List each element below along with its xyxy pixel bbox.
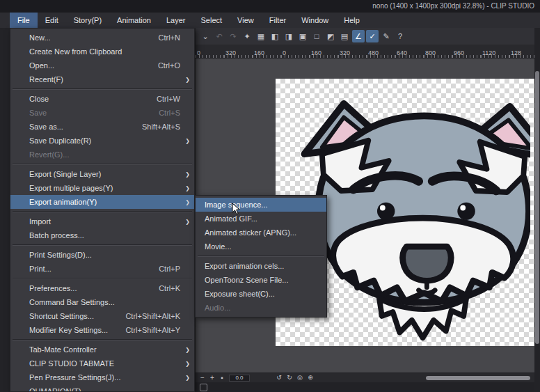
chevron-down-icon[interactable]: ⌄ xyxy=(199,30,212,42)
reset-zoom-button[interactable]: ⊕ xyxy=(306,373,315,382)
menu-item-print[interactable]: Print... Ctrl+P ❯ xyxy=(10,262,194,276)
toolbar-icon-glyph: ✓ xyxy=(369,32,375,40)
ruler-tick: 800 xyxy=(424,45,452,58)
status-icon[interactable] xyxy=(200,384,207,391)
rotate-right-button[interactable]: ↻ xyxy=(285,373,294,382)
submenu-item-opentoonz-scene-file[interactable]: OpenToonz Scene File... xyxy=(196,273,326,287)
menu-item-close[interactable]: Close Ctrl+W ❯ xyxy=(10,92,194,106)
menu-item-label: Export multiple pages(Y) xyxy=(29,184,180,192)
menu-item-export-animation[interactable]: Export animation(Y) ❯ xyxy=(10,195,194,209)
ruler-tick-label: 800 xyxy=(425,49,436,56)
ruler-tick-label: 160 xyxy=(254,49,264,56)
toolbar-icon-glyph: ∠ xyxy=(355,32,362,40)
toolbar-icon-glyph: ◩ xyxy=(327,32,334,40)
snap-to-ruler-icon[interactable]: ∠ xyxy=(352,30,365,42)
toolbar-icon-glyph: ▤ xyxy=(341,32,348,40)
toolbar-icon-glyph: ✦ xyxy=(244,32,250,40)
horizontal-scrollbar[interactable] xyxy=(426,376,530,380)
fit-to-window-button[interactable]: ▪ xyxy=(218,373,226,382)
file-menu: New... Ctrl+N ❯ Create New from Clipboar… xyxy=(10,28,195,392)
submenu-item-audio[interactable]: Audio... xyxy=(196,301,326,315)
deselect-icon[interactable]: □ xyxy=(310,30,323,42)
menu-item-save-as[interactable]: Save as... Shift+Alt+S ❯ xyxy=(10,120,194,134)
menu-item-revert[interactable]: Revert(G)... ❯ xyxy=(10,148,194,162)
menu-item-pen-pressure-settings[interactable]: Pen Pressure Settings(J)... ❯ xyxy=(10,370,194,384)
menu-item-save[interactable]: Save Ctrl+S ❯ xyxy=(10,106,194,120)
menu-item-label: Export (Single Layer) xyxy=(29,170,180,178)
ruler-tick: 320 xyxy=(224,45,253,58)
menu-bar: File Edit Story(P) Animation Layer Selec… xyxy=(0,13,540,28)
submenu-item-exposure-sheet[interactable]: Exposure sheet(C)... xyxy=(196,287,326,301)
reset-rotation-button[interactable]: ◎ xyxy=(296,373,304,382)
zoom-button-glyph: + xyxy=(210,374,214,382)
fill-enclosed-icon[interactable]: ◧ xyxy=(269,30,281,42)
menu-item-shortcut: Ctrl+Shift+Alt+K xyxy=(125,312,180,320)
vertical-scrollbar[interactable] xyxy=(534,58,540,373)
menu-item-shortcut-settings[interactable]: Shortcut Settings... Ctrl+Shift+Alt+K ❯ xyxy=(10,309,194,323)
submenu-item-animated-sticker-apng[interactable]: Animated sticker (APNG)... xyxy=(196,226,326,240)
zoom-out-button[interactable]: − xyxy=(198,373,207,382)
zoom-button-glyph: − xyxy=(200,374,205,382)
menu-item-print-settings[interactable]: Print Settings(D)... ❯ xyxy=(10,248,194,262)
menu-item-preferences[interactable]: Preferences... Ctrl+K ❯ xyxy=(10,281,194,295)
menu-item-label: Print... xyxy=(29,265,159,273)
ruler-tick: 128 xyxy=(509,45,534,58)
border-selection-icon[interactable]: ▤ xyxy=(338,30,351,42)
menu-bar-item-label: Window xyxy=(301,16,328,24)
undo-icon[interactable]: ↶ xyxy=(213,30,225,42)
menu-item-save-duplicate[interactable]: Save Duplicate(R) ❯ xyxy=(10,134,194,148)
menu-select[interactable]: Select xyxy=(193,13,230,28)
canvas-status-row xyxy=(196,382,534,392)
rotate-left-button[interactable]: ↺ xyxy=(275,373,283,382)
clear-icon[interactable]: ✦ xyxy=(241,30,253,42)
zoom-in-button[interactable]: + xyxy=(208,373,216,382)
submenu-item-image-sequence[interactable]: Image sequence... xyxy=(196,198,326,212)
menu-layer[interactable]: Layer xyxy=(159,13,193,28)
menu-item-import[interactable]: Import ❯ xyxy=(10,214,194,228)
erase-outside-icon[interactable]: ◨ xyxy=(283,30,295,42)
menu-item-export-single-layer[interactable]: Export (Single Layer) ❯ xyxy=(10,167,194,181)
submenu-item-export-animation-cels[interactable]: Export animation cels... xyxy=(196,259,326,273)
nav-button-glyph: ↺ xyxy=(276,374,282,381)
menu-item-modifier-key-settings[interactable]: Modifier Key Settings... Ctrl+Shift+Alt+… xyxy=(10,323,194,337)
menu-item-tab-mate-controller[interactable]: Tab-Mate Controller ❯ xyxy=(10,343,194,356)
menu-item-export-multiple-pages[interactable]: Export multiple pages(Y) ❯ xyxy=(10,181,194,195)
menu-edit[interactable]: Edit xyxy=(38,13,66,28)
correction-icon[interactable]: ✎ xyxy=(380,30,392,42)
menu-bar-item-label: Animation xyxy=(117,16,151,24)
menu-item-command-bar-settings[interactable]: Command Bar Settings... ❯ xyxy=(10,295,194,309)
submenu-item-movie[interactable]: Movie... xyxy=(196,240,326,253)
wolf-left-eye xyxy=(377,203,395,220)
ruler-tick: 0 xyxy=(196,45,224,58)
wolf-nose xyxy=(403,246,452,281)
menu-item-new[interactable]: New... Ctrl+N ❯ xyxy=(10,31,194,45)
invert-selection-icon[interactable]: ◩ xyxy=(324,30,337,42)
snap-to-special-ruler-icon[interactable]: ✓ xyxy=(366,30,379,42)
menu-item-shortcut: Ctrl+W xyxy=(157,95,180,103)
menu-help[interactable]: Help xyxy=(336,13,367,28)
menu-story[interactable]: Story(P) xyxy=(66,13,109,28)
vertical-scrollbar-thumb[interactable] xyxy=(535,71,539,344)
menu-item-create-new-from-clipboard[interactable]: Create New from Clipboard ❯ xyxy=(10,45,194,58)
ruler-tick-label: 128 xyxy=(511,49,521,56)
menu-file[interactable]: File xyxy=(10,13,38,28)
nav-button-glyph: ↻ xyxy=(287,374,292,381)
submenu-item-animated-gif[interactable]: Animated GIF... xyxy=(196,212,326,226)
menu-item-clip-studio-tabmate[interactable]: CLIP STUDIO TABMATE ❯ xyxy=(10,356,194,370)
ruler-tick: 1120 xyxy=(481,45,509,58)
select-all-icon[interactable]: ▣ xyxy=(296,30,309,42)
menu-window[interactable]: Window xyxy=(294,13,336,28)
help-icon[interactable]: ? xyxy=(394,30,406,42)
redo-icon[interactable]: ↷ xyxy=(227,30,239,42)
menu-bar-item-label: File xyxy=(17,16,30,24)
menu-view[interactable]: View xyxy=(230,13,262,28)
menu-item-recent[interactable]: Recent(F) ❯ xyxy=(10,72,194,86)
toolbar-icon-glyph: ? xyxy=(398,32,402,40)
menu-filter[interactable]: Filter xyxy=(262,13,294,28)
clear-dust-icon[interactable]: ▦ xyxy=(255,30,267,42)
menu-item-batch-process[interactable]: Batch process... ❯ xyxy=(10,228,194,242)
menu-bar-item-label: Filter xyxy=(269,16,286,24)
menu-item-qumarion[interactable]: QUMARION(T) ❯ xyxy=(10,384,194,392)
menu-item-open[interactable]: Open... Ctrl+O ❯ xyxy=(10,58,194,72)
menu-animation[interactable]: Animation xyxy=(109,13,159,28)
